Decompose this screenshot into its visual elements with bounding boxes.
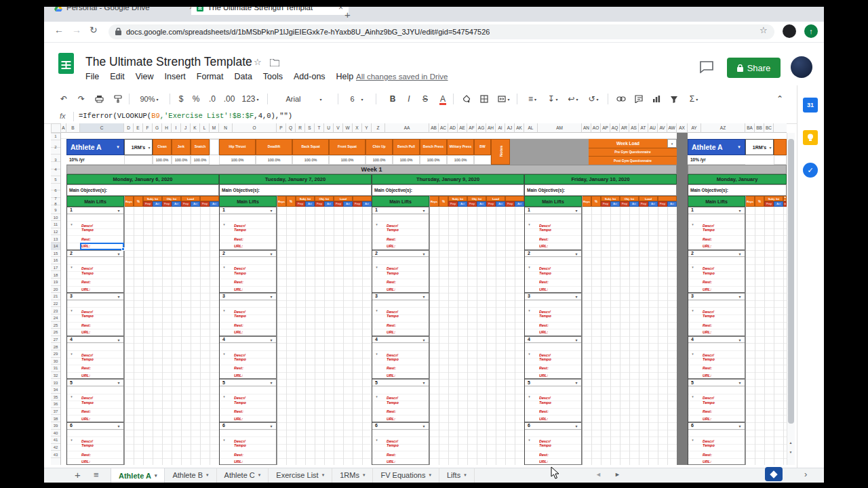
- column-header-P[interactable]: P: [277, 123, 286, 133]
- column-header-AW[interactable]: AW: [667, 123, 677, 133]
- row-header-19[interactable]: 19: [51, 279, 60, 286]
- column-header-X[interactable]: X: [353, 123, 362, 133]
- saved-status[interactable]: All changes saved in Drive: [356, 73, 448, 81]
- column-header-L[interactable]: L: [200, 123, 210, 133]
- row-header-39[interactable]: 39: [51, 422, 60, 430]
- row-header-24[interactable]: 24: [51, 314, 60, 322]
- font-size-select[interactable]: 6▾: [343, 92, 370, 106]
- row-header-42[interactable]: 42: [51, 444, 60, 451]
- insert-comment-icon[interactable]: [632, 92, 646, 106]
- descr-dropdown-icon[interactable]: ▾: [221, 394, 227, 400]
- row-header-34[interactable]: 34: [51, 386, 60, 394]
- row-header-35[interactable]: 35: [51, 394, 60, 401]
- row-header-22[interactable]: 22: [51, 300, 60, 308]
- descr-dropdown-icon[interactable]: ▾: [68, 350, 75, 357]
- menu-format[interactable]: Format: [197, 72, 224, 81]
- explore-button[interactable]: [765, 467, 783, 481]
- descr-dropdown-icon[interactable]: ▾: [690, 394, 696, 400]
- column-header-AQ[interactable]: AQ: [610, 123, 620, 133]
- sheet-tab-exercise-list[interactable]: Exercise List▾: [269, 468, 332, 483]
- bookmark-star-icon[interactable]: ☆: [760, 25, 768, 35]
- row-header-20[interactable]: 20: [51, 286, 60, 293]
- row-header-6[interactable]: 6: [51, 184, 60, 196]
- descr-dropdown-icon[interactable]: ▾: [374, 264, 380, 270]
- descr-dropdown-icon[interactable]: ▾: [68, 221, 75, 227]
- number-format-button[interactable]: 123▾: [239, 92, 262, 106]
- column-header-AC[interactable]: AC: [439, 123, 448, 133]
- column-header-D[interactable]: D: [124, 123, 134, 133]
- descr-dropdown-icon[interactable]: ▾: [374, 394, 380, 400]
- exercise-dropdown-icon[interactable]: ▾: [573, 294, 580, 300]
- column-header-AS[interactable]: AS: [629, 123, 639, 133]
- exercise-dropdown-icon[interactable]: ▾: [268, 380, 275, 386]
- column-header-G[interactable]: G: [153, 123, 162, 133]
- descr-dropdown-icon[interactable]: ▾: [690, 350, 696, 357]
- row-header-12[interactable]: 12: [51, 228, 60, 236]
- row-header-8[interactable]: 8: [51, 201, 60, 207]
- text-wrap-button[interactable]: ↩▾: [564, 92, 582, 106]
- column-header-S[interactable]: S: [305, 123, 315, 133]
- column-header-AX[interactable]: AX: [677, 123, 688, 133]
- sheet-tab-athlete-c[interactable]: Athlete C▾: [217, 468, 269, 483]
- formula-text[interactable]: =Iferror(VLOOKUP(B9,'Exercise List'!$B:$…: [79, 112, 292, 120]
- exercise-dropdown-icon[interactable]: ▾: [268, 208, 275, 214]
- descr-dropdown-icon[interactable]: ▾: [374, 350, 380, 357]
- descr-dropdown-icon[interactable]: ▾: [374, 221, 380, 227]
- borders-icon[interactable]: [477, 92, 491, 106]
- descr-dropdown-icon[interactable]: ▾: [221, 221, 227, 227]
- new-tab-button[interactable]: +: [344, 9, 351, 20]
- row-header-26[interactable]: 26: [51, 329, 60, 336]
- exercise-dropdown-icon[interactable]: ▾: [573, 251, 580, 256]
- row-header-28[interactable]: 28: [51, 343, 60, 350]
- insert-chart-icon[interactable]: [650, 92, 663, 106]
- column-header-R[interactable]: R: [296, 123, 305, 133]
- column-header-T[interactable]: T: [315, 123, 324, 133]
- row-header-5[interactable]: 5: [51, 174, 60, 184]
- descr-dropdown-icon[interactable]: ▾: [690, 436, 696, 443]
- insert-link-icon[interactable]: [614, 92, 628, 106]
- selected-cell[interactable]: [80, 243, 124, 250]
- functions-button[interactable]: Σ▾: [685, 92, 703, 106]
- extension-icon-dark[interactable]: [783, 24, 796, 38]
- descr-dropdown-icon[interactable]: ▾: [221, 350, 227, 357]
- exercise-dropdown-icon[interactable]: ▾: [115, 251, 122, 256]
- document-title[interactable]: The Ultimate Strength Template: [85, 55, 252, 69]
- scroll-down-icon[interactable]: ▼: [787, 449, 795, 455]
- column-header-B[interactable]: B: [66, 123, 80, 133]
- row-header-33[interactable]: 33: [51, 379, 60, 386]
- column-header-AB[interactable]: AB: [429, 123, 439, 133]
- row-header-14[interactable]: 14: [51, 243, 60, 250]
- exercise-dropdown-icon[interactable]: ▾: [573, 337, 580, 342]
- keep-icon[interactable]: [803, 130, 818, 145]
- column-header-BA[interactable]: BA: [745, 123, 755, 133]
- column-header-AP[interactable]: AP: [601, 123, 610, 133]
- format-percent-icon[interactable]: %: [190, 92, 202, 106]
- sheet-tab-dropdown-icon[interactable]: ▾: [206, 472, 209, 478]
- bold-icon[interactable]: B: [387, 92, 399, 106]
- row-header-2[interactable]: 2: [51, 139, 60, 155]
- exercise-dropdown-icon[interactable]: ▾: [736, 208, 743, 214]
- column-header-BB[interactable]: BB: [755, 123, 764, 133]
- menu-addons[interactable]: Add-ons: [294, 72, 326, 81]
- row-header-10[interactable]: 10: [51, 214, 60, 222]
- scrollbar-thumb[interactable]: [788, 139, 794, 424]
- row-header-11[interactable]: 11: [51, 221, 60, 228]
- vertical-align-button[interactable]: ↧▾: [544, 92, 561, 106]
- column-header-N[interactable]: N: [219, 123, 233, 133]
- increase-decimal-icon[interactable]: .00: [221, 92, 237, 106]
- exercise-dropdown-icon[interactable]: ▾: [268, 294, 275, 300]
- row-header-4[interactable]: 4: [51, 165, 60, 174]
- share-button[interactable]: Share: [727, 58, 781, 78]
- descr-dropdown-icon[interactable]: ▾: [221, 264, 227, 270]
- row-header-29[interactable]: 29: [51, 350, 60, 358]
- row-header-3[interactable]: 3: [51, 155, 60, 165]
- descr-dropdown-icon[interactable]: ▾: [526, 221, 532, 227]
- menu-tools[interactable]: Tools: [263, 72, 283, 81]
- column-header-AY[interactable]: AY: [688, 123, 701, 133]
- row-header-9[interactable]: 9: [51, 207, 60, 214]
- fill-color-icon[interactable]: [460, 92, 473, 106]
- sheet-tab-dropdown-icon[interactable]: ▾: [322, 472, 325, 478]
- descr-dropdown-icon[interactable]: ▾: [68, 436, 75, 443]
- row-header-16[interactable]: 16: [51, 257, 60, 264]
- move-folder-icon[interactable]: [270, 59, 279, 66]
